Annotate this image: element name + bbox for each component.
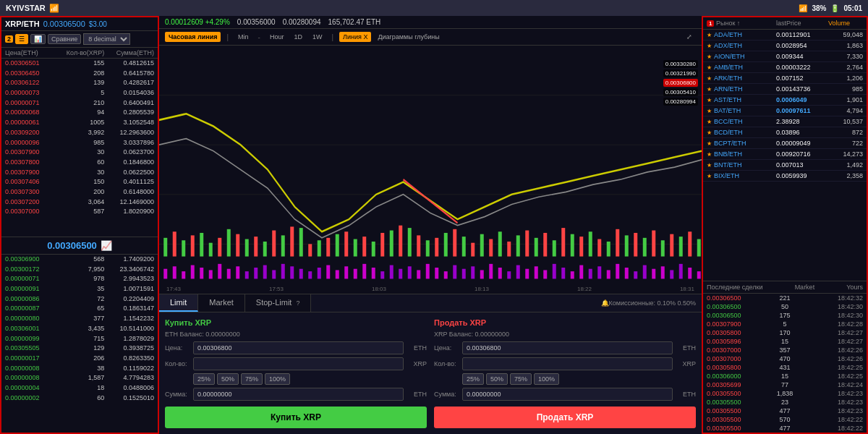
buy-order-row[interactable]: 0.00000002600.1525010: [1, 393, 158, 404]
sell-order-row[interactable]: 0.00307800600.1846800: [1, 158, 158, 168]
list-view-btn[interactable]: ☰: [15, 34, 28, 44]
star-icon[interactable]: ★: [707, 108, 712, 114]
trade-price[interactable]: 0.00305500: [707, 399, 759, 406]
sell-qty-input[interactable]: [462, 357, 673, 370]
trade-price[interactable]: 0.00306000: [707, 373, 759, 380]
buy-order-row[interactable]: 0.000000719782.9943523: [1, 274, 158, 284]
buy-order-row[interactable]: 0.003055051290.3938725: [1, 344, 158, 354]
sell-order-row[interactable]: 0.000000712100.6400491: [1, 98, 158, 109]
buy-order-row[interactable]: 0.00000004180.0488006: [1, 383, 158, 393]
star-icon[interactable]: ★: [707, 119, 712, 125]
buy-order-row[interactable]: 0.000000081,5874.7794283: [1, 373, 158, 383]
market-list-item[interactable]: ★ ADA/ETH 0.00112901 59,048: [703, 30, 867, 41]
market-list-item[interactable]: ★ BIX/ETH 0.0059939 2,358: [703, 171, 867, 182]
star-icon[interactable]: ★: [707, 86, 712, 93]
period-min-btn[interactable]: Min: [234, 32, 252, 42]
buy-order-row[interactable]: 0.003060013,43510.5141000: [1, 324, 158, 334]
buy-order-row[interactable]: 0.003001727,95023.3406742: [1, 265, 158, 275]
line-chart-btn[interactable]: Линия X: [339, 32, 371, 42]
sell-submit-btn[interactable]: Продать XRP: [434, 407, 696, 428]
buy-pct-75[interactable]: 75%: [241, 373, 263, 385]
sell-order-row[interactable]: 0.003064502080.6415780: [1, 69, 158, 79]
sell-sum-input[interactable]: [462, 388, 673, 401]
depth-chart-btn[interactable]: Диаграммы глубины: [374, 32, 443, 42]
trade-price[interactable]: 0.00306500: [707, 312, 759, 319]
trade-price[interactable]: 0.00305500: [707, 425, 759, 432]
sell-order-row[interactable]: 0.00000068940.2805539: [1, 108, 158, 118]
star-icon[interactable]: ★: [707, 162, 712, 169]
sell-order-row[interactable]: 0.0000006110053.1052548: [1, 118, 158, 128]
sell-pct-75[interactable]: 75%: [510, 373, 532, 385]
sell-order-row[interactable]: 0.003074061500.4011125: [1, 177, 158, 187]
sell-price-input[interactable]: [462, 341, 673, 354]
tab-limit[interactable]: Limit: [159, 294, 198, 312]
market-list-item[interactable]: ★ BNT/ETH 0.007013 1,492: [703, 160, 867, 171]
trade-price[interactable]: 0.00307000: [707, 355, 759, 362]
trade-price[interactable]: 0.00305896: [707, 338, 759, 345]
chart-view-btn[interactable]: 📊: [30, 34, 46, 44]
period-1d-btn[interactable]: 1D: [290, 32, 306, 42]
star-icon[interactable]: ★: [707, 75, 712, 82]
market-list-item[interactable]: ★ AION/ETH 0.009344 7,330: [703, 51, 867, 62]
trade-price[interactable]: 0.00306500: [707, 303, 759, 310]
market-list-item[interactable]: ★ ARN/ETH 0.00143736 985: [703, 84, 867, 95]
sell-pct-100[interactable]: 100%: [534, 373, 559, 385]
tab-market[interactable]: Market: [198, 294, 245, 312]
buy-order-row[interactable]: 0.000000172060.8263350: [1, 354, 158, 364]
market-list-item[interactable]: ★ BCD/ETH 0.03896 872: [703, 127, 867, 138]
market-list-item[interactable]: ★ BNB/ETH 0.00920716 14,273: [703, 149, 867, 160]
buy-price-input[interactable]: [193, 341, 404, 354]
buy-order-row[interactable]: 0.00000008380.1159022: [1, 364, 158, 374]
sell-order-row[interactable]: 0.003073002000.6148000: [1, 187, 158, 197]
sell-order-row[interactable]: 0.00307900300.0622500: [1, 168, 158, 178]
market-list-item[interactable]: ★ BCC/ETH 2.38928 10,537: [703, 116, 867, 127]
buy-order-row[interactable]: 0.000000803771.1542232: [1, 314, 158, 324]
sell-order-row[interactable]: 0.003092003,99212.2963600: [1, 128, 158, 138]
trade-price[interactable]: 0.00305500: [707, 416, 759, 423]
sell-order-row[interactable]: 0.003072003,06412.1469000: [1, 197, 158, 208]
sell-order-row[interactable]: 0.003061221390.4282617: [1, 78, 158, 88]
trade-price[interactable]: 0.00306500: [707, 294, 759, 302]
trade-price[interactable]: 0.00305800: [707, 329, 759, 336]
star-icon[interactable]: ★: [707, 64, 712, 71]
decimal-select[interactable]: 8 decimal: [83, 33, 130, 45]
market-list-item[interactable]: ★ AMB/ETH 0.00003222 2,764: [703, 62, 867, 73]
sell-pct-50[interactable]: 50%: [486, 373, 508, 385]
buy-order-row[interactable]: 0.003069005681.7409200: [1, 255, 158, 265]
buy-order-row[interactable]: 0.00000086720.2204409: [1, 294, 158, 305]
buy-pct-100[interactable]: 100%: [265, 373, 290, 385]
star-icon[interactable]: ★: [707, 140, 712, 147]
buy-pct-50[interactable]: 50%: [217, 373, 239, 385]
star-icon[interactable]: ★: [707, 151, 712, 158]
sell-order-row[interactable]: 0.0000007350.0154036: [1, 88, 158, 98]
sell-order-row[interactable]: 0.00307900300.0623700: [1, 148, 158, 158]
trade-price[interactable]: 0.00305699: [707, 381, 759, 388]
buy-submit-btn[interactable]: Купить XRP: [165, 407, 427, 428]
period-1w-btn[interactable]: 1W: [309, 32, 326, 42]
market-list-item[interactable]: ★ BAT/ETH 0.00097611 4,794: [703, 106, 867, 116]
sell-order-row[interactable]: 0.003065011550.4812615: [1, 59, 158, 69]
buy-sum-input[interactable]: [193, 388, 404, 401]
trade-price[interactable]: 0.00307900: [707, 320, 759, 328]
tab-stop-limit[interactable]: Stop-Limit ?: [245, 294, 312, 312]
buy-order-row[interactable]: 0.00000091351.0071591: [1, 284, 158, 294]
buy-qty-input[interactable]: [193, 357, 404, 370]
trade-price[interactable]: 0.00305500: [707, 407, 759, 414]
buy-order-row[interactable]: 0.000000997151.2878029: [1, 334, 158, 344]
expand-btn[interactable]: ⤢: [683, 32, 696, 42]
timeline-btn[interactable]: Часовая линия: [165, 32, 221, 42]
trade-price[interactable]: 0.00305800: [707, 364, 759, 371]
star-icon[interactable]: ★: [707, 129, 712, 136]
trade-price[interactable]: 0.00307000: [707, 346, 759, 354]
period-hour-btn[interactable]: Hour: [266, 32, 288, 42]
market-list-item[interactable]: ★ ADX/ETH 0.0028954 1,863: [703, 41, 867, 51]
market-list-item[interactable]: ★ AST/ETH 0.0006049 1,901: [703, 95, 867, 106]
sell-order-row[interactable]: 0.003070005871.8020900: [1, 207, 158, 217]
buy-order-row[interactable]: 0.00000087650.1863147: [1, 304, 158, 314]
star-icon[interactable]: ★: [707, 32, 712, 38]
trade-price[interactable]: 0.00305500: [707, 390, 759, 397]
market-list-item[interactable]: ★ ARK/ETH 0.007152 1,206: [703, 73, 867, 84]
market-list-item[interactable]: ★ BCPT/ETH 0.00009049 722: [703, 138, 867, 149]
sell-order-row[interactable]: 0.000000969853.0337896: [1, 138, 158, 148]
sell-pct-25[interactable]: 25%: [462, 373, 484, 385]
